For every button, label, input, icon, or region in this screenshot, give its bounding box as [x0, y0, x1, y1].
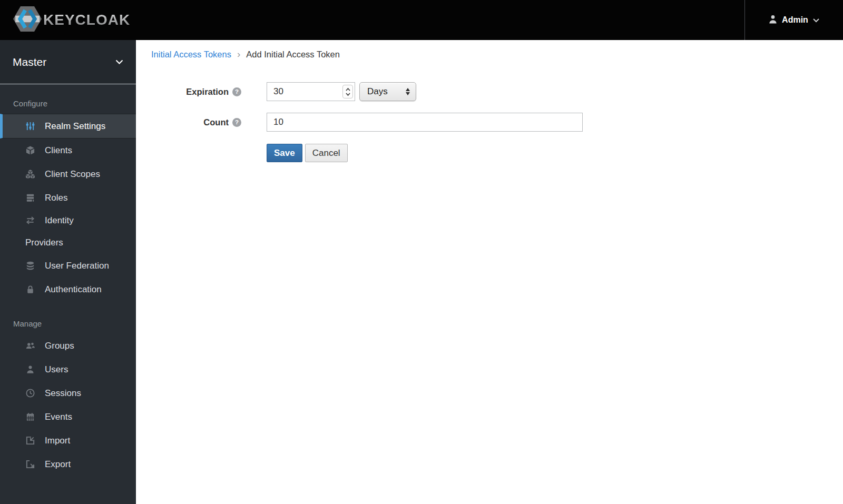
save-button[interactable]: Save [267, 144, 302, 162]
count-input[interactable] [267, 113, 583, 132]
sliders-icon [25, 121, 35, 131]
sidebar-item-import[interactable]: Import [0, 429, 136, 452]
database-icon [25, 261, 35, 271]
clock-icon [25, 388, 35, 398]
cancel-button[interactable]: Cancel [305, 144, 348, 162]
sidebar-item-realm-settings[interactable]: Realm Settings [0, 114, 136, 139]
form-buttons-row: Save Cancel [136, 144, 843, 162]
user-icon [769, 15, 777, 26]
stepper-up-icon[interactable] [346, 88, 350, 91]
expiration-row: Expiration Days [136, 82, 843, 101]
group-icon [25, 341, 35, 351]
sidebar-item-groups[interactable]: Groups [0, 334, 136, 358]
sidebar-item-events[interactable]: Events [0, 405, 136, 429]
realm-name: Master [13, 56, 115, 68]
cubes-icon [25, 169, 35, 179]
breadcrumb-initial-access-tokens-link[interactable]: Initial Access Tokens [151, 50, 231, 60]
user-icon [25, 364, 35, 374]
sidebar-item-clients[interactable]: Clients [0, 139, 136, 162]
user-name: Admin [782, 15, 808, 25]
sidebar-item-roles[interactable]: Roles [0, 186, 136, 210]
realm-selector[interactable]: Master [0, 40, 136, 84]
expiration-unit-select[interactable]: Days [359, 82, 416, 101]
sidebar-item-user-federation[interactable]: User Federation [0, 254, 136, 278]
sidebar-item-export[interactable]: Export [0, 452, 136, 476]
expiration-help-icon[interactable] [232, 87, 241, 96]
sidebar-item-client-scopes[interactable]: Client Scopes [0, 162, 136, 186]
sidebar-item-sessions[interactable]: Sessions [0, 381, 136, 405]
sidebar-item-authentication[interactable]: Authentication [0, 278, 136, 301]
keycloak-logo: KEYCLOAK [0, 6, 130, 34]
select-arrows-icon [406, 88, 410, 95]
manage-section-header: Manage [0, 301, 136, 334]
calendar-icon [25, 412, 35, 422]
count-label: Count [136, 117, 241, 127]
export-icon [25, 459, 35, 469]
exchange-arrows-icon [25, 215, 35, 225]
count-row: Count [136, 113, 843, 132]
keycloak-hexagon-icon [13, 6, 42, 34]
breadcrumb-current: Add Initial Access Token [246, 50, 340, 60]
stack-icon [25, 193, 35, 203]
main-content: Initial Access Tokens › Add Initial Acce… [136, 40, 843, 504]
chevron-down-icon [115, 57, 123, 67]
expiration-label: Expiration [136, 87, 241, 97]
brand-title: KEYCLOAK [43, 12, 130, 28]
import-icon [25, 436, 35, 446]
stepper-down-icon[interactable] [346, 93, 350, 96]
breadcrumb: Initial Access Tokens › Add Initial Acce… [151, 48, 340, 60]
sidebar-item-identity-providers[interactable]: Identity Providers [0, 210, 136, 254]
expiration-stepper[interactable] [342, 85, 353, 98]
chevron-down-icon [813, 15, 819, 25]
cube-icon [25, 145, 35, 155]
count-help-icon[interactable] [232, 118, 241, 127]
sidebar-item-users[interactable]: Users [0, 358, 136, 381]
lock-icon [25, 284, 35, 294]
top-navbar: KEYCLOAK Admin [0, 0, 843, 40]
expiration-input[interactable] [267, 82, 355, 101]
add-initial-access-token-form: Expiration Days [136, 82, 843, 174]
breadcrumb-separator-icon: › [231, 48, 246, 60]
admin-user-menu[interactable]: Admin [744, 0, 843, 40]
configure-section-header: Configure [0, 84, 136, 114]
sidebar: Master Configure Realm Settings Clients [0, 40, 136, 504]
